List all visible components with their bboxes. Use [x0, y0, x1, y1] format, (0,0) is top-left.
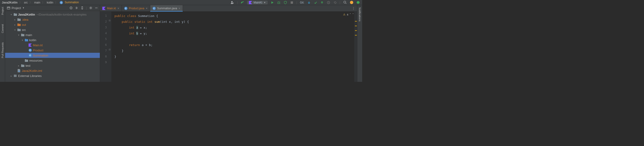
svg-point-5 [350, 1, 353, 4]
line-number[interactable]: 5 [100, 36, 112, 42]
tool-window-pull-requests[interactable]: Pull Requests [1, 42, 4, 58]
tabs-more-icon[interactable]: ⋮ [352, 7, 355, 10]
chevron-right-icon[interactable]: ▸ [14, 18, 17, 21]
folder-icon [17, 28, 21, 31]
line-number[interactable]: 1 [100, 13, 112, 19]
tool-window-commit[interactable]: Commit [1, 24, 4, 33]
git-update-icon[interactable] [307, 1, 311, 5]
chevron-right-icon[interactable]: ▸ [18, 64, 21, 67]
warning-mark[interactable] [355, 21, 357, 22]
fold-mark-icon[interactable]: ⊟ [108, 48, 110, 50]
plugin-updates-icon[interactable] [356, 1, 360, 5]
history-icon[interactable] [327, 1, 330, 5]
project-panel-title[interactable]: Project ▼ [7, 6, 24, 10]
run-icon[interactable] [270, 1, 274, 5]
tree-row[interactable]: ▸.idea [5, 17, 100, 22]
code-line[interactable]: public class Summation { [114, 13, 357, 19]
line-number[interactable]: 8 [100, 54, 112, 60]
git-push-icon[interactable] [320, 1, 324, 5]
ide-updates-icon[interactable] [350, 1, 353, 5]
editor-tab[interactable]: CProduct.java× [122, 5, 150, 11]
code-line[interactable]: public static int sum(int x, int y) { [114, 19, 357, 25]
warning-mark[interactable] [355, 35, 357, 36]
line-number[interactable]: 6 [100, 42, 112, 48]
chevron-down-icon: ▼ [22, 7, 24, 9]
code-line[interactable] [114, 36, 357, 42]
select-opened-file-icon[interactable] [70, 6, 73, 10]
gear-icon[interactable] [89, 6, 92, 10]
tree-label: main [26, 33, 32, 37]
tree-row[interactable]: ▸External Libraries [5, 73, 100, 78]
chevron-down-icon[interactable]: ▾ [14, 29, 17, 31]
breadcrumb-item[interactable]: main [33, 1, 41, 4]
editor-gutter[interactable]: ⊟ ⊟ 123456789 [100, 12, 112, 82]
chevron-down-icon[interactable]: ▾ [11, 13, 14, 16]
close-icon[interactable]: × [146, 7, 148, 10]
collapse-all-icon[interactable] [80, 6, 84, 10]
tree-row[interactable]: ▾main [5, 32, 100, 37]
tree-label: Main.kt [33, 44, 43, 47]
line-number[interactable]: 4 [100, 31, 112, 36]
git-commit-icon[interactable] [314, 1, 317, 5]
error-stripe[interactable] [354, 12, 357, 82]
tree-label: Java2Kotlin [18, 13, 35, 16]
tree-row[interactable]: Main.kt [5, 43, 100, 48]
code-editor[interactable]: public class Summation { public static i… [112, 12, 357, 82]
tree-row[interactable]: Java2Kotlin.iml [5, 68, 100, 73]
code-line[interactable]: int b = y; [114, 31, 357, 36]
tree-row[interactable]: ▾kotlin [5, 37, 100, 43]
breadcrumb-sep: 〉 [42, 1, 45, 5]
tree-row[interactable]: ▾Java2Kotlin~/Downloads/kotlin-lombok-ex… [5, 12, 100, 17]
revert-icon[interactable] [333, 1, 337, 5]
editor-tab[interactable]: Main.kt× [100, 5, 122, 11]
tool-window-project[interactable]: Project [1, 7, 4, 15]
tree-label: Java2Kotlin.iml [22, 69, 42, 73]
class-icon: C [124, 7, 128, 10]
stop-icon[interactable] [290, 1, 294, 5]
chevron-right-icon[interactable]: ▸ [11, 75, 14, 77]
tree-row[interactable]: CSummation [5, 53, 100, 58]
code-line[interactable]: } [114, 54, 357, 60]
hide-icon[interactable] [95, 6, 98, 10]
code-line[interactable]: } [114, 48, 357, 54]
chevron-down-icon[interactable]: ▾ [22, 39, 24, 41]
top-nav: Java2Kotlin 〉 src 〉 main 〉 kotlin 〉 C Su… [0, 0, 362, 5]
next-highlight-icon[interactable]: ˅ [352, 13, 354, 16]
code-line[interactable]: return a + b; [114, 42, 357, 48]
breadcrumb-item[interactable]: src [23, 1, 28, 4]
breadcrumb-item[interactable]: Java2Kotlin [1, 1, 18, 4]
hammer-icon[interactable] [240, 1, 244, 5]
code-line[interactable] [114, 60, 357, 65]
code-line[interactable]: int a = x; [114, 25, 357, 31]
close-icon[interactable]: × [118, 7, 119, 10]
coverage-icon[interactable] [284, 1, 287, 5]
tree-row[interactable]: CProduct [5, 48, 100, 53]
line-number[interactable]: 3 [100, 25, 112, 31]
chevron-down-icon[interactable]: ▾ [18, 34, 21, 36]
close-icon[interactable]: × [178, 7, 180, 10]
chevron-right-icon[interactable]: ▸ [14, 24, 17, 26]
breadcrumb-item[interactable]: kotlin [46, 1, 54, 4]
tree-row[interactable]: ▸out [5, 22, 100, 27]
tree-row[interactable]: resources [5, 58, 100, 63]
debug-icon[interactable] [277, 1, 281, 5]
line-number[interactable]: 9 [100, 60, 112, 65]
warning-mark[interactable] [355, 30, 357, 31]
breadcrumb-current[interactable]: C Summation [59, 1, 80, 4]
user-icon[interactable] [230, 1, 234, 5]
warning-mark[interactable] [355, 26, 357, 26]
tool-window-notifications[interactable]: Notifications [358, 8, 361, 21]
left-tool-stripe: Project Commit Pull Requests [0, 5, 5, 82]
tree-label: out [22, 23, 26, 27]
inspection-widget[interactable]: ⚠ 4 ˄ ˅ [343, 13, 354, 16]
project-panel-actions: | [70, 6, 98, 10]
tree-row[interactable]: ▾src [5, 27, 100, 32]
run-config-selector[interactable]: MainKt ▼ [247, 1, 268, 5]
search-icon[interactable] [343, 1, 347, 5]
editor-tab[interactable]: CSummation.java× [150, 5, 183, 11]
tree-row[interactable]: ▸test [5, 63, 100, 68]
fold-mark-icon[interactable]: ⊟ [108, 19, 110, 21]
prev-highlight-icon[interactable]: ˄ [350, 13, 351, 16]
project-tree[interactable]: ▾Java2Kotlin~/Downloads/kotlin-lombok-ex… [5, 11, 100, 82]
expand-all-icon[interactable] [75, 6, 78, 10]
